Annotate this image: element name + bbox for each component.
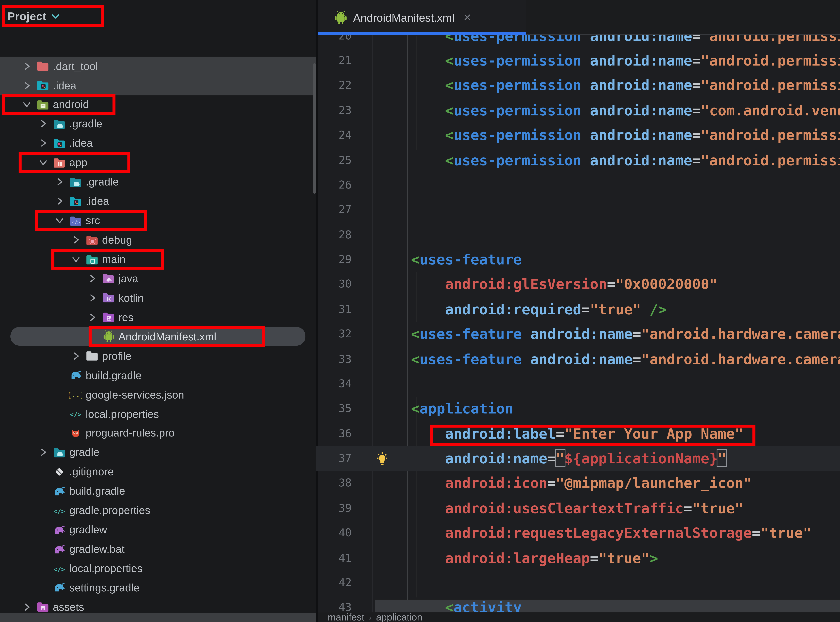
chevron-collapsed-icon[interactable] xyxy=(22,621,32,622)
tree-item-local-properties[interactable]: </>local.properties xyxy=(38,559,142,578)
chevron-collapsed-icon[interactable] xyxy=(71,235,81,245)
line-number[interactable]: 38 xyxy=(316,471,352,496)
line-number[interactable]: 20 xyxy=(316,35,352,49)
tab-close-icon[interactable]: ✕ xyxy=(463,12,471,23)
chevron-expanded-icon[interactable] xyxy=(22,99,32,110)
chevron-expanded-icon[interactable] xyxy=(71,254,81,264)
line-number[interactable]: 33 xyxy=(316,347,352,372)
tree-item-proguard-rules-pro[interactable]: proguard-rules.pro xyxy=(55,424,175,442)
line-number[interactable]: 27 xyxy=(316,198,352,223)
code-line-41[interactable]: 41android:largeHeap="true"> xyxy=(316,546,840,570)
code-text[interactable]: android:name="${applicationName}" xyxy=(445,446,726,471)
tree-item--dart-tool[interactable]: .dart_tool xyxy=(22,56,98,75)
line-number[interactable]: 25 xyxy=(316,148,352,173)
code-line-24[interactable]: 24<uses-permission android:name="android… xyxy=(316,123,840,148)
line-number[interactable]: 36 xyxy=(316,421,352,446)
tree-item--idea[interactable]: .idea xyxy=(55,192,109,210)
code-line-21[interactable]: 21<uses-permission android:name="android… xyxy=(316,49,840,73)
breadcrumb-item-manifest[interactable]: manifest xyxy=(328,611,364,622)
code-text[interactable]: android:largeHeap="true"> xyxy=(445,546,658,570)
code-text[interactable]: <uses-permission android:name="android.p… xyxy=(445,35,840,49)
tree-item--gradle[interactable]: .gradle xyxy=(38,114,102,133)
chevron-expanded-icon[interactable] xyxy=(55,215,65,226)
chevron-collapsed-icon[interactable] xyxy=(87,293,98,303)
code-line-28[interactable]: 28 xyxy=(316,223,840,247)
line-number[interactable]: 30 xyxy=(316,272,352,297)
code-line-29[interactable]: 29<uses-feature xyxy=(316,247,840,272)
code-text[interactable]: <uses-feature xyxy=(411,247,522,272)
chevron-collapsed-icon[interactable] xyxy=(87,273,98,284)
chevron-collapsed-icon[interactable] xyxy=(38,447,49,458)
code-line-25[interactable]: 25<uses-permission android:name="android… xyxy=(316,148,840,173)
line-number[interactable]: 37 xyxy=(316,446,352,471)
line-number[interactable]: 43 xyxy=(316,595,352,613)
line-number[interactable]: 32 xyxy=(316,322,352,347)
chevron-collapsed-icon[interactable] xyxy=(38,119,49,129)
code-line-26[interactable]: 26 xyxy=(316,173,840,198)
code-line-39[interactable]: 39android:usesCleartextTraffic="true" xyxy=(316,496,840,521)
tree-item-build[interactable]: build xyxy=(22,617,76,622)
code-line-43[interactable]: 43<activity xyxy=(316,595,840,613)
code-editor[interactable]: 20<uses-permission android:name="android… xyxy=(316,35,840,612)
chevron-collapsed-icon[interactable] xyxy=(22,602,32,612)
code-line-42[interactable]: 42 xyxy=(316,570,840,595)
line-number[interactable]: 40 xyxy=(316,521,352,546)
tree-item-gradle-properties[interactable]: </>gradle.properties xyxy=(38,501,150,520)
code-text[interactable]: android:usesCleartextTraffic="true" xyxy=(445,496,743,521)
project-view-dropdown[interactable]: Project xyxy=(8,7,60,24)
code-text[interactable]: <uses-feature android:name="android.hard… xyxy=(411,347,840,372)
tree-item-androidmanifest-xml[interactable]: AndroidManifest.xml xyxy=(87,327,216,346)
code-text[interactable]: android:requestLegacyExternalStorage="tr… xyxy=(445,521,811,546)
line-number[interactable]: 41 xyxy=(316,546,352,570)
code-text[interactable]: android:glEsVersion="0x00020000" xyxy=(445,272,718,297)
tree-item-local-properties[interactable]: </>local.properties xyxy=(55,404,159,423)
tree-item-app[interactable]: app xyxy=(38,153,87,172)
code-text[interactable]: android:label="Enter Your App Name" xyxy=(445,421,743,446)
tree-scrollbar-thumb[interactable] xyxy=(313,63,316,194)
tree-item-google-services-json[interactable]: {..}google-services.json xyxy=(55,385,184,404)
chevron-collapsed-icon[interactable] xyxy=(22,80,32,91)
code-line-23[interactable]: 23<uses-permission android:name="com.and… xyxy=(316,98,840,123)
code-line-33[interactable]: 33<uses-feature android:name="android.ha… xyxy=(316,347,840,372)
tree-item-gradlew[interactable]: gradlew xyxy=(38,520,107,539)
line-number[interactable]: 35 xyxy=(316,396,352,421)
chevron-collapsed-icon[interactable] xyxy=(38,138,49,148)
tree-item-gradlew-bat[interactable]: gradlew.bat xyxy=(38,540,125,558)
code-text[interactable]: <uses-permission android:name="com.andro… xyxy=(445,98,840,123)
code-line-38[interactable]: 38android:icon="@mipmap/launcher_icon" xyxy=(316,471,840,496)
code-text[interactable]: android:required="true" /> xyxy=(445,297,667,322)
tree-item-assets[interactable]: assets xyxy=(22,598,84,616)
line-number[interactable]: 22 xyxy=(316,73,352,98)
tree-item-android[interactable]: android xyxy=(22,95,89,114)
code-text[interactable]: <uses-permission android:name="android.p… xyxy=(445,73,840,98)
code-line-30[interactable]: 30android:glEsVersion="0x00020000" xyxy=(316,272,840,297)
breadcrumb-item-application[interactable]: application xyxy=(376,611,422,622)
line-number[interactable]: 29 xyxy=(316,247,352,272)
chevron-collapsed-icon[interactable] xyxy=(87,312,98,322)
code-line-20[interactable]: 20<uses-permission android:name="android… xyxy=(316,35,840,49)
line-number[interactable]: 39 xyxy=(316,496,352,521)
tab-androidmanifest[interactable]: AndroidManifest.xml ✕ xyxy=(318,0,526,35)
tree-item-kotlin[interactable]: Kkotlin xyxy=(87,288,144,307)
chevron-collapsed-icon[interactable] xyxy=(71,351,81,361)
line-number[interactable]: 31 xyxy=(316,297,352,322)
chevron-collapsed-icon[interactable] xyxy=(22,61,32,71)
code-line-34[interactable]: 34 xyxy=(316,372,840,396)
tree-item-build-gradle[interactable]: build.gradle xyxy=(55,366,142,384)
code-text[interactable]: <uses-permission android:name="android.p… xyxy=(445,123,840,148)
tree-item-build-gradle[interactable]: build.gradle xyxy=(38,482,125,500)
code-line-40[interactable]: 40android:requestLegacyExternalStorage="… xyxy=(316,521,840,546)
tree-item-java[interactable]: java xyxy=(87,269,138,288)
line-number[interactable]: 21 xyxy=(316,49,352,73)
code-text[interactable]: <uses-feature android:name="android.hard… xyxy=(411,322,840,347)
code-line-31[interactable]: 31android:required="true" /> xyxy=(316,297,840,322)
tree-item-res[interactable]: res xyxy=(87,308,134,326)
code-line-35[interactable]: 35<application xyxy=(316,396,840,421)
code-text[interactable]: android:icon="@mipmap/launcher_icon" xyxy=(445,471,752,496)
tree-item-debug[interactable]: debug xyxy=(71,230,132,249)
line-number[interactable]: 24 xyxy=(316,123,352,148)
code-line-27[interactable]: 27 xyxy=(316,198,840,223)
tree-item-main[interactable]: main xyxy=(71,250,125,268)
code-line-22[interactable]: 22<uses-permission android:name="android… xyxy=(316,73,840,98)
code-text[interactable]: <application xyxy=(411,396,513,421)
